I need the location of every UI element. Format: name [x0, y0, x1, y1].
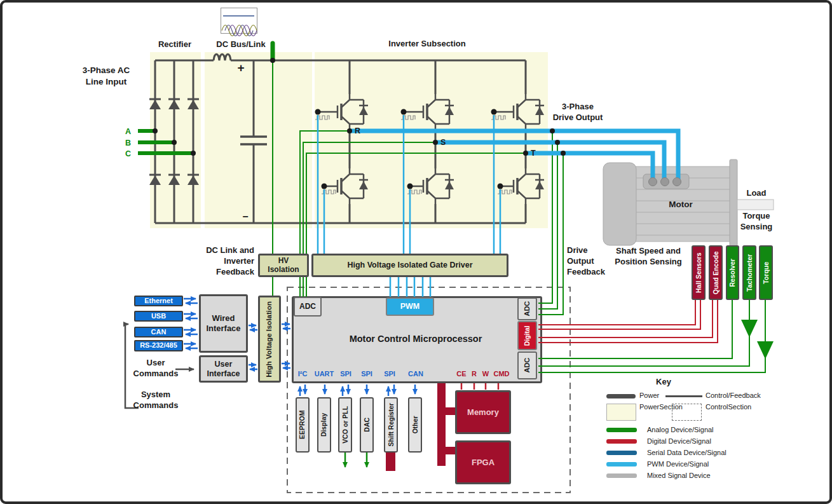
- ac-phase-inputs: [138, 131, 193, 153]
- peripheral-shift-register-label: Shift Register: [387, 403, 395, 446]
- waveform-icon-graphic: [222, 16, 257, 36]
- memory-block: Memory: [455, 390, 511, 434]
- key-control-section-swatch: [672, 404, 702, 421]
- wired-interface-block: Wired Interface: [199, 294, 248, 353]
- hv-isolation-line1: HV: [278, 257, 289, 266]
- hv-isolation-block: HV Isolation: [258, 254, 309, 277]
- ac-line-input-label: 3-Phase ACLine Input: [58, 65, 154, 87]
- system-commands-label: SystemCommands: [128, 390, 183, 411]
- port-ethernet-label: Ethernet: [144, 297, 173, 305]
- digital-input-label: Digital: [523, 325, 531, 346]
- node-s-label: S: [440, 137, 452, 147]
- torque-buffer-amp: [757, 341, 774, 359]
- pin-cmd: CMD: [491, 369, 512, 378]
- pwm-block: PWM: [386, 297, 434, 316]
- phase-a-label: A: [119, 126, 131, 137]
- pin-r: R: [469, 369, 479, 378]
- pin-uart: UART: [313, 369, 336, 378]
- key-control-section-label: ControlSection: [706, 403, 739, 412]
- key-digital-swatch: [606, 439, 637, 444]
- tachometer-buffer-amp: [741, 320, 758, 337]
- key-title: Key: [650, 377, 678, 388]
- drive-output-feedback-label: DriveOutputFeedback: [567, 245, 625, 278]
- sensor-tachometer-label: Tachometer: [746, 254, 754, 292]
- port-can: CAN: [134, 327, 183, 337]
- pin-spi-3: SPI: [381, 369, 398, 378]
- user-commands-label: UserCommands: [128, 358, 183, 379]
- user-interface-block: User Interface: [199, 355, 248, 383]
- sensor-tachometer: Tachometer: [742, 245, 756, 300]
- rectifier-label: Rectifier: [146, 39, 203, 50]
- key-control-feedback-label: Control/Feedback: [706, 392, 773, 400]
- key-power-label: Power: [639, 392, 666, 400]
- key-pwm-label: PWM Device/Signal: [647, 460, 755, 469]
- peripheral-eeprom-label: EEPROM: [299, 411, 307, 440]
- node-t-label: T: [531, 148, 542, 158]
- sensor-quad-encode: Quad Encode: [709, 245, 723, 300]
- peripheral-dac-label: DAC: [363, 418, 371, 432]
- key-pwm-swatch: [606, 462, 637, 467]
- adc-sensor-label: ADC: [523, 358, 531, 373]
- key-serial-label: Serial Data Device/Signal: [647, 449, 755, 458]
- dc-plus-label: +: [235, 60, 247, 76]
- peripheral-display-label: Display: [320, 413, 329, 437]
- fpga-label: FPGA: [472, 458, 494, 468]
- sensor-torque-label: Torque: [762, 262, 770, 284]
- peripheral-dac: DAC: [360, 397, 374, 453]
- peripheral-shift-register: Shift Register: [384, 397, 398, 453]
- adc-dclink-block: ADC: [294, 297, 322, 317]
- shift-register-output-stub: [386, 453, 395, 471]
- port-usb-label: USB: [151, 312, 166, 320]
- sensor-hall-label: Hall Sensors: [695, 252, 703, 293]
- peripheral-other-label: Other: [411, 416, 419, 433]
- torque-sensing-label: TorqueSensing: [733, 211, 779, 233]
- mcu-title: Motor Control Microprocessor: [317, 333, 514, 345]
- power-rails: [155, 54, 526, 223]
- motor-label: Motor: [662, 199, 699, 210]
- key-mixed-swatch: [606, 473, 637, 478]
- user-interface-line1: User: [215, 360, 233, 369]
- gate-driver-block: High Voltage Isolated Gate Driver: [311, 254, 508, 277]
- adc-sensor-block: ADC: [517, 351, 537, 379]
- drive-output-label: 3-PhaseDrive Output: [544, 102, 611, 123]
- motor-terminals: [649, 178, 681, 186]
- adc-drive-feedback-label: ADC: [523, 301, 531, 317]
- pin-spi-2: SPI: [358, 369, 375, 378]
- pin-ce: CE: [454, 369, 469, 378]
- peripheral-vco-pll-label: VCO or PLL: [341, 406, 350, 444]
- sensor-resolver: Resolver: [726, 245, 739, 300]
- wired-interface-line1: Wired: [212, 313, 235, 324]
- gate-driver-label: High Voltage Isolated Gate Driver: [347, 261, 472, 270]
- high-voltage-isolation-block: High Voltage Isolation: [258, 296, 281, 383]
- port-ethernet: Ethernet: [134, 296, 183, 306]
- dc-link-inductor: [214, 54, 231, 60]
- key-analog-label: Analog Device/Signal: [647, 426, 755, 435]
- inverter-subsection-label: Inverter Subsection: [379, 39, 475, 50]
- dc-bus-label: DC Bus/Link: [211, 39, 271, 50]
- peripheral-display: Display: [317, 397, 331, 453]
- wired-interface-line2: Interface: [206, 324, 240, 334]
- phase-b-label: B: [119, 138, 131, 148]
- peripheral-eeprom: EEPROM: [296, 397, 310, 453]
- adc-dclink-label: ADC: [299, 302, 316, 311]
- peripheral-other: Other: [408, 397, 422, 453]
- hv-tall-line1: High Voltage: [265, 333, 273, 377]
- key-control-feedback-swatch: [665, 395, 702, 397]
- memory-control-lines: [461, 383, 498, 390]
- sensor-hall: Hall Sensors: [692, 245, 706, 300]
- hv-tall-line2: Isolation: [265, 301, 273, 331]
- pin-i2c: I²C: [294, 369, 311, 378]
- memory-label: Memory: [467, 407, 499, 418]
- key-digital-label: Digital Device/Signal: [647, 437, 755, 446]
- node-r-label: R: [355, 126, 366, 136]
- dc-link-feedback-label: DC Link andInverterFeedback: [189, 245, 254, 278]
- port-rs232-485: RS-232/485: [134, 340, 183, 351]
- key-serial-swatch: [606, 451, 637, 455]
- pin-can: CAN: [406, 369, 425, 378]
- phase-c-label: C: [119, 149, 131, 159]
- pwm-label: PWM: [400, 302, 420, 311]
- dc-link-capacitor: [240, 137, 267, 144]
- fpga-block: FPGA: [455, 440, 511, 484]
- key-power-section-label: PowerSection: [639, 403, 670, 412]
- key-power-section-swatch: [606, 404, 636, 421]
